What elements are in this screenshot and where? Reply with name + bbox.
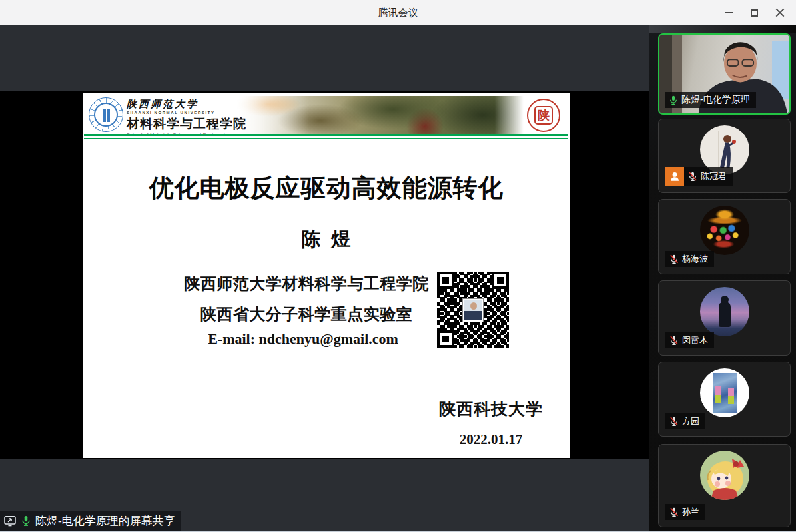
university-text-block: 陕西师范大学 SHAANXI NORMAL UNIVERSITY 材料科学与工程…: [127, 98, 246, 134]
shared-screen-area: 陕西师范大学 SHAANXI NORMAL UNIVERSITY 材料科学与工程…: [0, 25, 649, 531]
green-divider-bottom: [84, 138, 568, 139]
screen-share-icon: [3, 514, 17, 527]
mic-muted-icon: [669, 416, 679, 427]
close-button[interactable]: [767, 0, 792, 25]
wechat-qr-code: [436, 270, 510, 349]
green-divider-top: [84, 134, 568, 136]
slide-title: 优化电极反应驱动高效能源转化: [83, 172, 570, 205]
letterbox-top: [0, 25, 649, 91]
mic-on-icon: [668, 95, 679, 105]
mic-muted-icon: [669, 507, 679, 517]
titlebar: 腾讯会议: [0, 0, 796, 25]
mic-on-icon: [20, 515, 32, 527]
meeting-content: 陕西师范大学 SHAANXI NORMAL UNIVERSITY 材料科学与工程…: [0, 25, 796, 531]
university-seal: 陕: [527, 99, 560, 132]
participant-name: 方园: [682, 415, 699, 427]
avatar: [700, 451, 749, 500]
school-name-en: School of Materials Science and Engineer…: [127, 133, 246, 134]
name-tag: 方园: [665, 413, 705, 429]
slide-date: 2022.01.17: [439, 431, 543, 448]
maximize-button[interactable]: [741, 0, 767, 25]
university-name-script: 陕西师范大学: [127, 98, 246, 111]
member-badge-icon: [665, 167, 684, 186]
venue-name: 陕西科技大学: [439, 398, 543, 420]
name-tag: 陈煜-电化学原理: [665, 92, 756, 108]
participant-name: 杨海波: [682, 253, 708, 265]
window-title: 腾讯会议: [378, 7, 418, 19]
participant-name: 孙兰: [682, 506, 699, 518]
campus-photo: [233, 96, 524, 134]
tencent-meeting-window: 腾讯会议 陕西师范大学 SHAANXI NORMAL UNIVERSITY: [0, 0, 796, 532]
participant-name: 陈冠君: [701, 170, 727, 182]
qr-finder-top-left: [437, 272, 454, 289]
presentation-slide: 陕西师范大学 SHAANXI NORMAL UNIVERSITY 材料科学与工程…: [83, 93, 570, 458]
mic-muted-icon: [669, 335, 679, 346]
venue-date-block: 陕西科技大学 2022.01.17: [439, 398, 543, 448]
minimize-icon: [725, 12, 733, 13]
video-tile-yanghaibo[interactable]: 杨海波: [658, 199, 791, 274]
avatar: [700, 206, 749, 255]
video-tile-fangyuan[interactable]: 方园: [658, 362, 791, 437]
window-controls: [716, 0, 792, 25]
mic-muted-icon: [669, 254, 679, 264]
minimize-button[interactable]: [716, 0, 741, 25]
school-name: 材料科学与工程学院: [127, 115, 246, 133]
screen-share-label: 陈煜-电化学原理的屏幕共享: [35, 513, 175, 529]
name-tag: 陈冠君: [684, 167, 733, 186]
university-name-en: SHAANXI NORMAL UNIVERSITY: [127, 111, 246, 115]
qr-center-portrait: [462, 298, 484, 322]
avatar: [700, 368, 749, 417]
participant-name: 陈煜-电化学原理: [681, 94, 750, 106]
participant-name: 闵雷木: [682, 334, 708, 346]
qr-finder-top-right: [492, 272, 509, 289]
maximize-icon: [751, 9, 758, 17]
presenter-name: 陈 煜: [83, 226, 570, 253]
video-tile-sunlan[interactable]: 孙兰: [658, 444, 791, 527]
university-logo: [89, 97, 123, 132]
name-tag: 闵雷木: [665, 332, 714, 348]
name-tag: 孙兰: [665, 504, 705, 520]
shared-screen-viewport: 陕西师范大学 SHAANXI NORMAL UNIVERSITY 材料科学与工程…: [0, 91, 649, 459]
mic-muted-icon: [687, 171, 698, 182]
qr-finder-bottom-left: [437, 330, 454, 348]
panel-top-shade: [649, 25, 796, 33]
avatar: [700, 287, 749, 336]
seal-character: 陕: [534, 106, 553, 125]
name-tag: 杨海波: [665, 251, 714, 267]
video-tile-chenguanjun[interactable]: 陈冠君: [658, 119, 791, 193]
screen-share-banner: 陈煜-电化学原理的屏幕共享: [0, 511, 181, 531]
video-tile-chenyu[interactable]: 陈煜-电化学原理: [658, 33, 791, 115]
participant-panel: 陈煜-电化学原理: [649, 25, 796, 531]
video-tile-minleimu[interactable]: 闵雷木: [658, 280, 791, 356]
close-icon: [775, 9, 784, 17]
slide-header-banner: 陕西师范大学 SHAANXI NORMAL UNIVERSITY 材料科学与工程…: [85, 96, 567, 134]
